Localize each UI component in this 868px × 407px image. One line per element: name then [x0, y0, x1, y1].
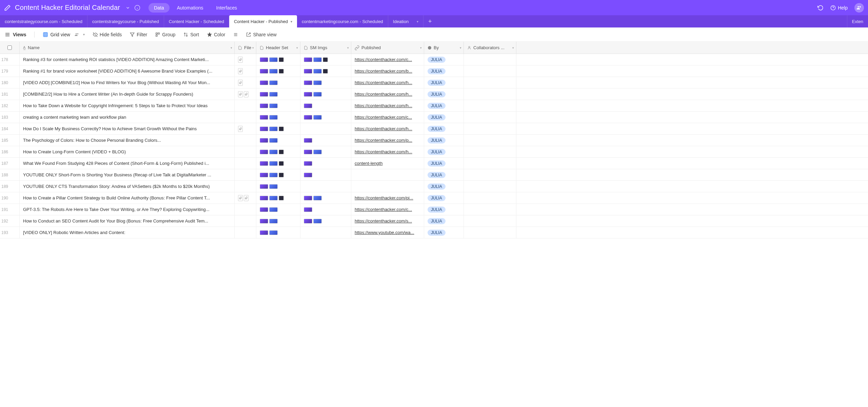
cell-by[interactable]: JULIA	[424, 112, 464, 123]
cell-file[interactable]	[235, 77, 256, 88]
thumbnail[interactable]	[260, 69, 268, 74]
tab-3-active[interactable]: Content Hacker - Published▾	[229, 15, 297, 27]
table-row[interactable]: 186 How to Create Long-Form Content (VID…	[0, 146, 868, 158]
cell-by[interactable]: JULIA	[424, 100, 464, 111]
thumbnail[interactable]	[304, 173, 312, 177]
col-header-set[interactable]: Header Set ▾	[256, 42, 300, 54]
cell-file[interactable]	[235, 146, 256, 157]
cell-name[interactable]: How Do I Scale My Business Correctly? Ho…	[20, 123, 235, 134]
cell-header-set[interactable]	[256, 123, 300, 134]
table-row[interactable]: 179 Ranking #1 for brand voice worksheet…	[0, 65, 868, 77]
paperclip-icon[interactable]	[238, 126, 243, 132]
cell-collaborators[interactable]	[464, 192, 516, 204]
cell-collaborators[interactable]	[464, 204, 516, 215]
table-row[interactable]: 185 The Psychology of Colors: How to Cho…	[0, 135, 868, 146]
author-tag[interactable]: JULIA	[428, 80, 446, 86]
published-link[interactable]: https://contenthacker.com/c...	[355, 115, 420, 120]
thumbnail[interactable]	[269, 127, 278, 131]
tab-4[interactable]: contentmarketingcourse.com - Scheduled	[297, 15, 388, 27]
row-number[interactable]: 189	[0, 181, 20, 192]
cell-file[interactable]	[235, 135, 256, 146]
nav-interfaces[interactable]: Interfaces	[211, 3, 242, 13]
thumbnail[interactable]	[304, 150, 312, 154]
thumbnail[interactable]	[269, 184, 278, 189]
thumbnail[interactable]	[304, 196, 312, 200]
cell-name[interactable]: [VIDEO ADD] [COMBINE1/2] How to Find Wri…	[20, 77, 235, 88]
author-tag[interactable]: JULIA	[428, 230, 446, 236]
edit-icon[interactable]	[4, 4, 11, 11]
table-row[interactable]: 191 GPT-3.5: The Robots Are Here to Take…	[0, 204, 868, 215]
cell-published[interactable]: https://contenthacker.com/b...	[351, 65, 424, 77]
row-number[interactable]: 193	[0, 227, 20, 238]
cell-sm-imgs[interactable]	[300, 100, 351, 111]
cell-collaborators[interactable]	[464, 89, 516, 100]
cell-collaborators[interactable]	[464, 158, 516, 169]
chevron-down-icon[interactable]	[125, 5, 130, 10]
paperclip-icon[interactable]	[238, 68, 243, 74]
author-tag[interactable]: JULIA	[428, 207, 446, 213]
thumbnail[interactable]	[304, 103, 312, 108]
cell-collaborators[interactable]	[464, 227, 516, 238]
table-row[interactable]: 188 YOUTUBE ONLY Short-Form is Shorting …	[0, 169, 868, 181]
author-tag[interactable]: JULIA	[428, 137, 446, 143]
cell-file[interactable]	[235, 89, 256, 100]
cell-name[interactable]: creating a content marketing team and wo…	[20, 112, 235, 123]
cell-header-set[interactable]	[256, 227, 300, 238]
cell-by[interactable]: JULIA	[424, 54, 464, 65]
thumbnail[interactable]	[279, 173, 284, 177]
cell-file[interactable]	[235, 215, 256, 227]
col-sm-imgs[interactable]: SM Imgs ▾	[300, 42, 351, 54]
cell-sm-imgs[interactable]	[300, 181, 351, 192]
author-tag[interactable]: JULIA	[428, 68, 446, 74]
cell-header-set[interactable]	[256, 54, 300, 65]
row-number[interactable]: 191	[0, 204, 20, 215]
published-link[interactable]: https://contenthacker.com/p...	[355, 138, 420, 143]
cell-collaborators[interactable]	[464, 100, 516, 111]
thumbnail[interactable]	[313, 57, 322, 62]
cell-sm-imgs[interactable]	[300, 158, 351, 169]
cell-collaborators[interactable]	[464, 135, 516, 146]
author-tag[interactable]: JULIA	[428, 91, 446, 97]
cell-published[interactable]: https://contenthacker.com/h...	[351, 100, 424, 111]
published-link[interactable]: https://contenthacker.com/c...	[355, 57, 420, 62]
thumbnail[interactable]	[269, 207, 278, 212]
thumbnail[interactable]	[269, 80, 278, 85]
thumbnail[interactable]	[304, 92, 312, 97]
col-by[interactable]: By ▾	[424, 42, 464, 54]
cell-collaborators[interactable]	[464, 65, 516, 77]
grid-view-selector[interactable]: Grid view ▾	[43, 32, 84, 37]
thumbnail[interactable]	[269, 219, 278, 224]
cell-by[interactable]: JULIA	[424, 135, 464, 146]
cell-published[interactable]	[351, 181, 424, 192]
cell-file[interactable]	[235, 65, 256, 77]
thumbnail[interactable]	[260, 57, 268, 62]
row-number[interactable]: 182	[0, 100, 20, 111]
author-tag[interactable]: JULIA	[428, 149, 446, 155]
thumbnail[interactable]	[269, 161, 278, 166]
row-height-button[interactable]	[233, 32, 238, 37]
published-link[interactable]: https://contenthacker.com/s...	[355, 218, 420, 224]
cell-file[interactable]	[235, 169, 256, 180]
thumbnail[interactable]	[279, 196, 284, 200]
cell-header-set[interactable]	[256, 204, 300, 215]
thumbnail[interactable]	[260, 219, 268, 224]
cell-sm-imgs[interactable]	[300, 89, 351, 100]
color-button[interactable]: Color	[207, 32, 225, 37]
cell-header-set[interactable]	[256, 89, 300, 100]
table-row[interactable]: 193 [VIDEO ONLY] Robotic Written Article…	[0, 227, 868, 238]
row-number[interactable]: 181	[0, 89, 20, 100]
cell-published[interactable]: https://contenthacker.com/p...	[351, 135, 424, 146]
cell-sm-imgs[interactable]	[300, 204, 351, 215]
cell-sm-imgs[interactable]	[300, 77, 351, 88]
nav-data[interactable]: Data	[149, 3, 170, 13]
cell-header-set[interactable]	[256, 181, 300, 192]
cell-sm-imgs[interactable]	[300, 227, 351, 238]
col-collaborators[interactable]: Collaborators ... ▾	[464, 42, 516, 54]
row-number[interactable]: 180	[0, 77, 20, 88]
base-title[interactable]: Content Hacker Editorial Calendar	[15, 4, 120, 12]
published-link[interactable]: https://contenthacker.com/h...	[355, 126, 420, 131]
cell-header-set[interactable]	[256, 192, 300, 204]
cell-sm-imgs[interactable]	[300, 169, 351, 180]
table-row[interactable]: 178 Ranking #3 for content marketing ROI…	[0, 54, 868, 65]
hide-fields-button[interactable]: Hide fields	[93, 32, 122, 37]
